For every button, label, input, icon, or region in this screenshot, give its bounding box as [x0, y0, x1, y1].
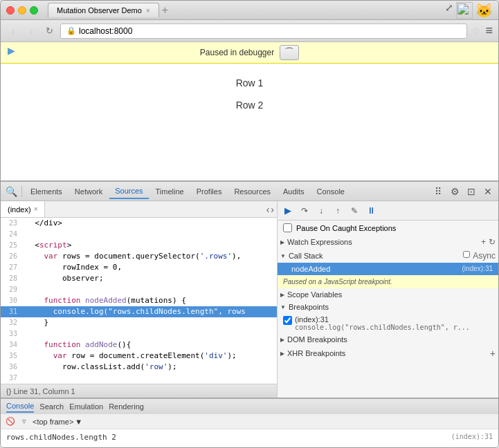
console-frame-dropdown-icon: ▼: [75, 418, 82, 426]
pause-icon: ⏸: [367, 205, 376, 216]
sources-right: ▶ ↷ ↓ ↑ ✎: [278, 201, 498, 398]
url-icon: 🔒: [66, 26, 76, 35]
status-text: {} Line 31, Column 1: [6, 387, 75, 395]
tab-timeline[interactable]: Timeline: [150, 185, 190, 198]
page-row-1: Row 1: [236, 77, 264, 88]
console-filter-icon[interactable]: ▿: [19, 416, 30, 427]
tab-resources[interactable]: Resources: [228, 185, 276, 198]
code-line-30: 30 function nodeAdded(mutations) {: [1, 295, 277, 306]
bottom-tab-console[interactable]: Console: [6, 400, 34, 413]
pause-button[interactable]: ⏸: [363, 203, 379, 218]
call-stack-header[interactable]: ▼ Call Stack Async: [278, 249, 498, 263]
tab-title: Mutation Observer Demo: [57, 6, 142, 15]
bottom-tab-search[interactable]: Search: [39, 401, 64, 412]
xhr-breakpoints-header[interactable]: ▶ XHR Breakpoints +: [278, 346, 498, 361]
debug-text: Paused in debugger: [200, 48, 274, 57]
step-into-button[interactable]: ↓: [314, 203, 329, 218]
watch-add-icon[interactable]: +: [481, 237, 486, 247]
back-button[interactable]: ‹: [6, 24, 20, 38]
close-devtools-icon[interactable]: ✕: [480, 184, 496, 199]
menu-icon[interactable]: ≡: [485, 24, 493, 38]
right-panel-content[interactable]: Pause On Caught Exceptions ▶ Watch Expre…: [278, 221, 498, 398]
maximize-button[interactable]: [30, 6, 38, 15]
code-line-26: 26 var rows = document.querySelector('.r…: [1, 251, 277, 262]
sources-left: (index) × ‹ › 23 </div>: [1, 201, 278, 398]
file-tab-index[interactable]: (index) ×: [1, 201, 45, 217]
scope-variables-header[interactable]: ▶ Scope Variables: [278, 288, 498, 301]
breakpoint-item-31: (index):31 console.log("rows.childNodes.…: [278, 313, 498, 333]
watch-refresh-icon[interactable]: ↻: [489, 237, 496, 247]
forward-button[interactable]: ›: [24, 24, 38, 38]
traffic-lights: [6, 6, 38, 15]
dom-breakpoints-header[interactable]: ▶ DOM Breakpoints: [278, 333, 498, 346]
xhr-bp-triangle-icon: ▶: [280, 351, 284, 357]
tab-network[interactable]: Network: [69, 185, 108, 198]
tab-close-icon[interactable]: ×: [146, 7, 150, 15]
call-stack-title: Call Stack: [289, 252, 323, 260]
tab-elements[interactable]: Elements: [25, 185, 68, 198]
bookmark-icon[interactable]: ☆: [471, 24, 481, 37]
close-button[interactable]: [6, 6, 15, 15]
page-area: ▶ Paused in debugger ⌒ Row 1 Row 2: [1, 42, 498, 180]
cat-icon: 🐱: [475, 2, 493, 19]
bottom-tab-emulation[interactable]: Emulation: [69, 401, 103, 412]
xhr-add-icon[interactable]: +: [490, 348, 496, 359]
file-tabs: (index) × ‹ ›: [1, 201, 277, 218]
url-text: localhost:8000: [79, 26, 132, 36]
code-line-29: 29: [1, 284, 277, 295]
dock-icon[interactable]: ⊡: [464, 184, 479, 199]
debug-banner: Paused in debugger ⌒: [1, 42, 498, 64]
resume-debug-button[interactable]: ▶: [280, 203, 296, 218]
callstack-triangle-icon: ▼: [280, 253, 286, 259]
code-line-34: 34 function addNode(){: [1, 339, 277, 351]
restore-icon[interactable]: ⤢: [445, 2, 453, 19]
pause-caught-checkbox[interactable]: [283, 223, 292, 232]
pause-caught-label: Pause On Caught Exceptions: [296, 224, 396, 232]
tab-profiles[interactable]: Profiles: [191, 185, 228, 198]
deactivate-button[interactable]: ✎: [347, 203, 362, 218]
breakpoint-content: (index):31 console.log("rows.childNodes.…: [295, 315, 493, 331]
new-tab-icon[interactable]: +: [162, 5, 168, 16]
breakpoints-header[interactable]: ▼ Breakpoints: [278, 301, 498, 313]
breakpoint-checkbox[interactable]: [283, 316, 292, 325]
file-tab-close-icon[interactable]: ×: [34, 205, 38, 213]
settings-icon[interactable]: ⚙: [447, 184, 462, 199]
code-line-35: 35 var row = document.createElement('div…: [1, 351, 277, 362]
tab-nav: ‹ ›: [266, 204, 277, 215]
watch-expressions-title: Watch Expressions: [287, 238, 352, 246]
tab-sources[interactable]: Sources: [109, 184, 148, 199]
callstack-location: (index):31: [462, 265, 493, 272]
customize-icon[interactable]: ⠿: [430, 184, 446, 199]
console-output-line: rows.childNodes.length 2 (index):31: [6, 432, 493, 442]
devtools-toolbar: 🔍 Elements Network Sources Timeline Prof…: [1, 182, 498, 201]
step-out-button[interactable]: ↑: [330, 203, 345, 218]
step-into-icon: ↓: [319, 206, 323, 216]
breakpoint-info: Paused on a JavaScript breakpoint.: [278, 275, 498, 288]
page-row-2: Row 2: [236, 100, 264, 111]
xhr-add: +: [490, 348, 496, 359]
tab-prev-icon[interactable]: ‹: [266, 204, 270, 215]
callstack-entry-nodeadded[interactable]: nodeAdded (index):31: [278, 263, 498, 275]
async-checkbox[interactable]: [463, 251, 470, 258]
inspect-icon[interactable]: 🔍: [3, 184, 19, 199]
console-frame-select[interactable]: <top frame> ▼: [33, 418, 82, 426]
tab-audits[interactable]: Audits: [278, 185, 310, 198]
file-tab-name: (index): [8, 205, 31, 214]
code-area[interactable]: 23 </div> 24 25 <script> 26: [1, 218, 277, 384]
bottom-tab-rendering[interactable]: Rendering: [109, 401, 144, 412]
dom-bp-triangle-icon: ▶: [280, 337, 284, 343]
step-over-button[interactable]: ↷: [297, 203, 312, 218]
console-controls: 🚫 ▿ <top frame> ▼: [1, 414, 498, 429]
page-rows: Row 1 Row 2: [1, 64, 498, 124]
minimize-button[interactable]: [18, 6, 26, 15]
resume-button[interactable]: ⌒: [280, 45, 299, 60]
console-clear-icon[interactable]: 🚫: [5, 416, 16, 427]
url-bar[interactable]: 🔒 localhost:8000: [60, 24, 467, 39]
browser-tab[interactable]: Mutation Observer Demo ×: [48, 3, 159, 17]
reload-button[interactable]: ↻: [42, 24, 56, 38]
code-line-24: 24: [1, 229, 277, 240]
tab-console[interactable]: Console: [311, 185, 350, 198]
watch-expressions-header[interactable]: ▶ Watch Expressions + ↻: [278, 235, 498, 249]
tab-next-icon[interactable]: ›: [271, 204, 274, 215]
console-output-text: rows.childNodes.length 2: [6, 433, 116, 442]
